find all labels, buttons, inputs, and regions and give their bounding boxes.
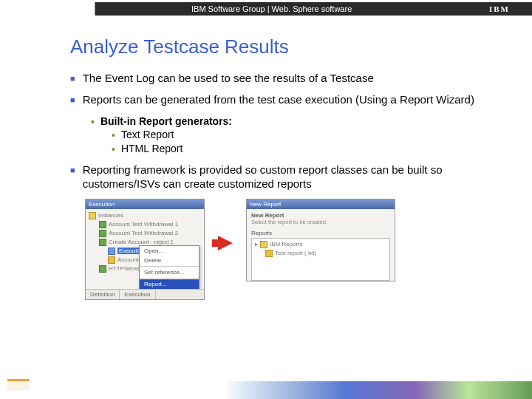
tree-row: Instances	[89, 211, 202, 220]
file-icon	[265, 250, 273, 257]
item-icon	[99, 221, 106, 228]
tree-row: Test report (.txt)	[255, 249, 386, 258]
item-icon	[108, 256, 115, 264]
reports-label: Reports	[251, 230, 390, 236]
new-report-dialog: New Report New Report Select the report …	[246, 199, 395, 282]
item-icon	[99, 239, 106, 246]
folder-icon	[260, 241, 267, 248]
footer-decoration	[0, 381, 532, 399]
dot-bullet-icon: •	[91, 117, 95, 129]
tab-definition[interactable]: Definition	[86, 290, 120, 299]
context-menu: Open... Delete Set reference... Report..…	[139, 245, 200, 290]
tab-execution[interactable]: Execution	[120, 290, 155, 299]
menu-separator	[140, 266, 199, 267]
screenshots-row: Execution Instances Account Test Withdra…	[85, 199, 532, 300]
bullet-2a1-text: Text Report	[121, 128, 174, 142]
tree-row: Account Test Withdrawal 1	[89, 220, 202, 229]
arrow-indicator	[211, 236, 240, 250]
dialog-subtitle: Select the report to be created.	[251, 219, 390, 225]
new-report-dialog-header: New Report	[247, 200, 395, 209]
item-icon	[99, 230, 106, 237]
square-bullet-icon: ■	[70, 74, 75, 86]
dot-bullet-icon: •	[112, 130, 115, 142]
bullet-2a: • Built-in Report generators:	[91, 115, 510, 129]
content-area: ■ The Event Log can be used to see the r…	[70, 72, 510, 191]
header-bar: IBM Software Group | Web. Sphere softwar…	[95, 2, 532, 16]
ibm-logo: IBM	[489, 4, 510, 13]
bullet-3: ■ Reporting framework is provided so cus…	[70, 163, 510, 191]
header-text: IBM Software Group | Web. Sphere softwar…	[191, 4, 352, 13]
bullet-3-text: Reporting framework is provided so custo…	[83, 163, 510, 191]
bullet-2-text: Reports can be generated from the test c…	[83, 93, 474, 107]
dialog-title: New Report	[251, 212, 390, 219]
square-bullet-icon: ■	[70, 166, 75, 191]
square-bullet-icon: ■	[70, 95, 75, 107]
panel-tabs: Definition Execution	[86, 289, 204, 299]
bullet-2a2: • HTML Report	[112, 142, 510, 156]
item-icon	[108, 248, 115, 255]
menu-item-set-reference[interactable]: Set reference...	[140, 267, 199, 277]
menu-item-open[interactable]: Open...	[140, 246, 199, 256]
bullet-2a1: • Text Report	[112, 128, 510, 142]
dot-bullet-icon: •	[112, 144, 115, 156]
red-arrow-icon	[218, 236, 233, 250]
menu-item-report[interactable]: Report...	[140, 279, 199, 289]
reports-list: ▸IBM Reports Test report (.txt)	[251, 238, 390, 281]
bullet-2a2-text: HTML Report	[121, 142, 183, 156]
bullet-2: ■ Reports can be generated from the test…	[70, 93, 510, 107]
menu-separator	[140, 278, 199, 279]
execution-panel-header: Execution	[86, 200, 204, 209]
menu-item-delete[interactable]: Delete	[140, 256, 199, 265]
execution-panel: Execution Instances Account Test Withdra…	[85, 199, 205, 300]
bullet-1-text: The Event Log can be used to see the res…	[83, 72, 374, 86]
tree-row: Account Test Withdrawal 2	[89, 229, 202, 238]
bullet-2a-text: Built-in Report generators:	[100, 115, 232, 129]
slide-title: Analyze Testcase Results	[70, 35, 532, 58]
tree-row: ▸IBM Reports	[255, 240, 386, 249]
bullet-1: ■ The Event Log can be used to see the r…	[70, 72, 510, 86]
item-icon	[99, 265, 106, 273]
folder-icon	[89, 212, 96, 219]
